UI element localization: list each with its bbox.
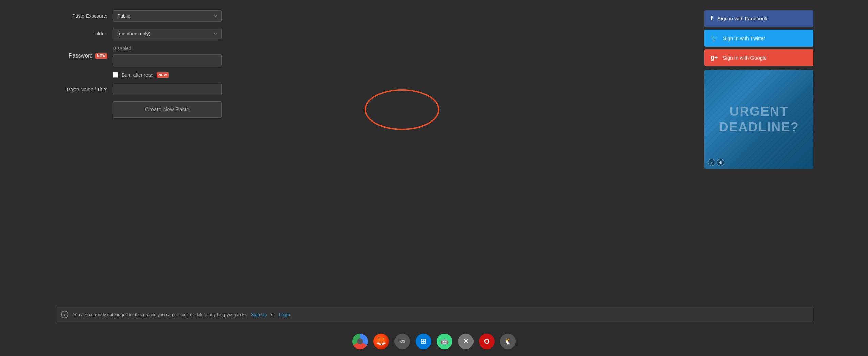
password-input[interactable]: [113, 54, 222, 66]
paste-name-input[interactable]: [113, 84, 222, 95]
burn-badge: NEW: [157, 72, 169, 78]
twitter-icon: 🐦: [711, 34, 718, 42]
info-text-before: You are currently not logged in, this me…: [73, 312, 247, 317]
android-icon[interactable]: 🤖: [437, 334, 452, 349]
x-icon[interactable]: ✕: [458, 334, 474, 349]
windows-icon[interactable]: ⊞: [416, 334, 431, 349]
paste-name-row: Paste Name / Title:: [55, 84, 691, 95]
folder-select[interactable]: (members only): [113, 28, 222, 39]
signup-link[interactable]: Sign Up: [251, 312, 267, 317]
paste-name-label: Paste Name / Title:: [55, 87, 107, 92]
left-panel: Paste Exposure: Public Unlisted Private …: [55, 7, 691, 299]
page-wrapper: Paste Exposure: Public Unlisted Private …: [0, 0, 868, 356]
exposure-row: Paste Exposure: Public Unlisted Private: [55, 10, 691, 22]
ad-diagonal-lines: [704, 70, 813, 169]
create-btn-wrapper: Create New Paste: [113, 101, 691, 118]
password-badge: NEW: [95, 53, 107, 59]
firefox-icon[interactable]: 🦊: [373, 334, 389, 349]
twitter-label: Sign in with Twitter: [723, 35, 765, 41]
info-icon: i: [61, 311, 68, 318]
exposure-select[interactable]: Public Unlisted Private: [113, 10, 222, 22]
ad-icon-settings: ⚙: [717, 159, 724, 166]
ad-banner: URGENT DEADLINE? i ⚙: [704, 70, 813, 169]
ad-icon-info: i: [708, 159, 715, 166]
footer-icons: 🦊 iOS ⊞ 🤖 ✕ O 🐧: [0, 323, 868, 356]
burn-label: Burn after read: [122, 72, 153, 78]
google-label: Sign in with Google: [723, 55, 767, 61]
burn-checkbox[interactable]: [113, 72, 118, 78]
password-disabled-text: Disabled: [113, 46, 222, 51]
info-text-or: or: [271, 312, 275, 317]
exposure-label: Paste Exposure:: [55, 13, 107, 19]
info-bar: i You are currently not logged in, this …: [55, 306, 813, 323]
create-btn-circle-highlight: [365, 89, 439, 130]
sign-in-twitter-button[interactable]: 🐦 Sign in with Twitter: [704, 30, 813, 47]
password-label-wrapper: Password NEW: [55, 53, 107, 59]
main-content: Paste Exposure: Public Unlisted Private …: [0, 0, 868, 306]
opera-icon[interactable]: O: [479, 334, 495, 349]
linux-icon[interactable]: 🐧: [500, 334, 516, 349]
ad-banner-icons: i ⚙: [708, 159, 724, 166]
password-row: Password NEW Disabled: [55, 46, 691, 66]
burn-row: Burn after read NEW: [113, 72, 691, 78]
right-panel: f Sign in with Facebook 🐦 Sign in with T…: [704, 7, 813, 299]
chrome-icon[interactable]: [352, 334, 368, 349]
folder-label: Folder:: [55, 31, 107, 36]
facebook-label: Sign in with Facebook: [717, 16, 768, 21]
folder-row: Folder: (members only): [55, 28, 691, 39]
facebook-icon: f: [711, 15, 713, 22]
ios-icon[interactable]: iOS: [394, 334, 410, 349]
password-column: Disabled: [113, 46, 222, 66]
login-link[interactable]: Login: [279, 312, 290, 317]
sign-in-facebook-button[interactable]: f Sign in with Facebook: [704, 10, 813, 27]
google-icon: g+: [711, 54, 718, 61]
sign-in-google-button[interactable]: g+ Sign in with Google: [704, 49, 813, 66]
create-new-paste-button[interactable]: Create New Paste: [113, 101, 222, 118]
password-label: Password: [69, 53, 93, 59]
